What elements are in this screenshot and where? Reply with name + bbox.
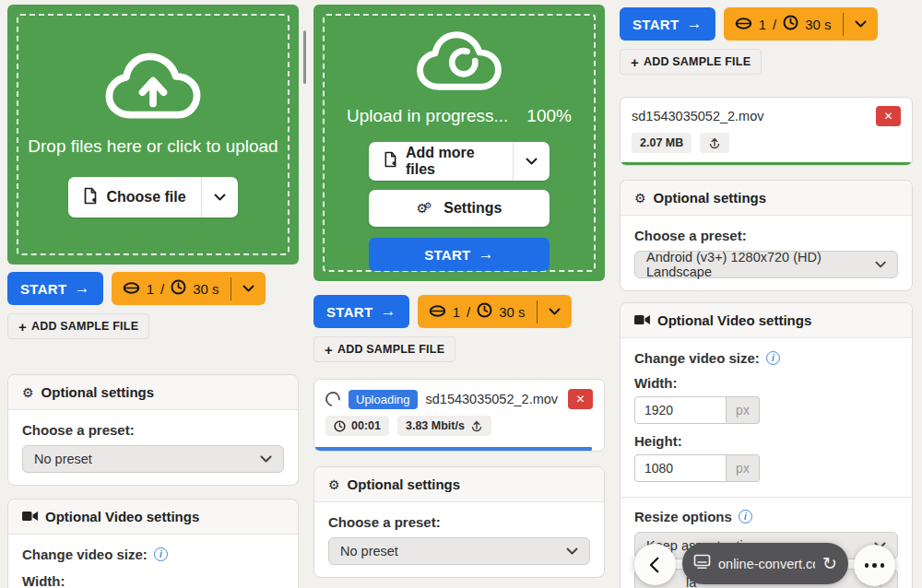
column-right: START → 1 / 30 s [620, 7, 913, 588]
credits-duration-pill[interactable]: 1 / 30 s [418, 295, 572, 328]
chevron-down-icon [242, 285, 254, 292]
start-label: START [424, 247, 470, 263]
coin-icon [429, 304, 446, 320]
resize-options-label: Resize options [634, 509, 732, 524]
chevron-down-icon [260, 455, 272, 463]
add-more-files-dropdown[interactable] [513, 142, 550, 181]
preset-select[interactable]: No preset [328, 537, 590, 565]
browser-url: online-convert.com [718, 557, 815, 571]
upload-speed: 3.83 Mbit/s [406, 419, 465, 432]
pill-divider [537, 300, 538, 323]
upload-dropzone[interactable]: Drop files here or click to upload Choos… [7, 5, 299, 265]
optional-settings-card: ⚙ Optional settings Choose a preset: And… [620, 180, 913, 291]
elapsed-time: 00:01 [351, 419, 381, 432]
choose-file-label: Choose file [106, 189, 185, 206]
credits-duration-pill[interactable]: 1 / 30 s [112, 272, 266, 305]
add-more-files-button[interactable]: Add more files [369, 142, 550, 181]
file-name: sd1543035052_2.mov [426, 392, 560, 406]
remove-file-button[interactable]: ✕ [568, 389, 593, 409]
start-button[interactable]: START → [313, 295, 409, 328]
gear-icon: ⚙ [328, 478, 340, 491]
back-icon [645, 555, 666, 575]
chevron-down-icon [526, 158, 538, 165]
height-input-group: px [634, 454, 898, 482]
start-label: START [632, 17, 679, 32]
preset-label: Choose a preset: [634, 228, 898, 243]
clock-icon [334, 420, 346, 432]
chevron-down-icon [566, 547, 578, 555]
info-icon[interactable]: i [739, 510, 752, 523]
scrollbar-thumb[interactable] [303, 30, 306, 84]
arrow-right-icon: → [686, 15, 702, 33]
credits-count: 1 [147, 281, 154, 297]
browser-menu-button[interactable] [854, 545, 895, 586]
preset-select[interactable]: Android (v3+) 1280x720 (HD) Landscape [634, 251, 898, 278]
browser-url-bar[interactable]: online-convert.com ↻ [682, 543, 848, 584]
close-icon: ✕ [883, 110, 892, 123]
add-sample-file-button[interactable]: + ADD SAMPLE FILE [313, 336, 455, 362]
drop-files-label: Drop files here or click to upload [28, 136, 278, 157]
upload-dropzone-progress[interactable]: Upload in progress... 100% Add more fil [313, 5, 605, 281]
start-button[interactable]: START → [620, 7, 715, 41]
remove-file-button[interactable]: ✕ [876, 106, 901, 126]
video-settings-header[interactable]: Optional Video settings [621, 303, 912, 338]
cloud-upload-icon [105, 52, 201, 123]
info-icon[interactable]: i [154, 547, 168, 561]
file-size-chip: 2.07 MB [632, 133, 692, 153]
add-sample-file-button[interactable]: + ADD SAMPLE FILE [7, 313, 149, 339]
file-plus-icon [83, 187, 98, 208]
optional-settings-header[interactable]: ⚙ Optional settings [8, 375, 298, 410]
optional-settings-header[interactable]: ⚙ Optional settings [621, 181, 912, 216]
video-settings-card: Optional Video settings Change video siz… [7, 499, 299, 588]
height-label: Height: [634, 433, 898, 449]
upload-progress-bar [314, 447, 592, 451]
dropzone-inner: Drop files here or click to upload Choos… [17, 14, 290, 255]
optional-settings-header[interactable]: ⚙ Optional settings [314, 467, 604, 502]
choose-file-button[interactable]: Choose file [68, 177, 237, 218]
browser-back-button[interactable] [634, 544, 676, 585]
gear-icon: ⚙ [22, 386, 34, 399]
plus-icon: + [631, 54, 639, 70]
width-unit: px [727, 396, 760, 424]
video-camera-icon [22, 509, 38, 524]
resize-options-row: Resize options i [634, 509, 898, 524]
credits-duration-pill[interactable]: 1 / 30 s [724, 7, 878, 41]
start-label: START [326, 304, 372, 320]
spinner-icon [323, 389, 343, 409]
preset-label: Choose a preset: [22, 422, 284, 438]
upload-complete-chip [700, 133, 729, 153]
plus-icon: + [18, 319, 27, 335]
upload-status-label: Upload in progress... [347, 106, 508, 126]
info-icon[interactable]: i [766, 351, 780, 365]
video-camera-icon [634, 312, 650, 328]
close-icon: ✕ [575, 393, 585, 406]
credits-slash: / [160, 281, 164, 297]
gear-icon: ⚙ [634, 192, 646, 205]
preset-select[interactable]: No preset [22, 445, 284, 473]
file-row-uploaded: sd1543035052_2.mov ✕ 2.07 MB [620, 97, 913, 166]
add-sample-file-button[interactable]: + ADD SAMPLE FILE [620, 49, 762, 75]
change-video-size-row: Change video size: i [634, 350, 898, 366]
upload-complete-bar [621, 162, 912, 165]
start-button[interactable]: START → [369, 238, 550, 271]
width-input[interactable] [634, 396, 727, 424]
reload-icon[interactable]: ↻ [822, 555, 837, 572]
dropzone-inner: Upload in progress... 100% Add more fil [323, 14, 596, 272]
uploading-badge: Uploading [349, 390, 418, 409]
optional-settings-card: ⚙ Optional settings Choose a preset: No … [313, 466, 605, 578]
arrow-right-icon: → [380, 302, 396, 321]
height-input[interactable] [634, 454, 727, 482]
add-more-files-label: Add more files [406, 145, 498, 178]
change-video-size-row: Change video size: i [22, 547, 284, 562]
optional-settings-card: ⚙ Optional settings Choose a preset: No … [7, 374, 299, 486]
add-sample-file-label: ADD SAMPLE FILE [337, 343, 444, 356]
video-settings-title: Optional Video settings [45, 509, 199, 524]
arrow-right-icon: → [479, 245, 494, 264]
settings-button[interactable]: ⚙⚙ Settings [369, 190, 550, 227]
choose-file-dropdown[interactable] [201, 177, 238, 218]
video-settings-header[interactable]: Optional Video settings [8, 500, 298, 535]
arrow-right-icon: → [74, 279, 89, 298]
elapsed-time-chip: 00:01 [325, 416, 389, 436]
start-button[interactable]: START → [7, 272, 103, 305]
preset-select-value: No preset [34, 452, 92, 466]
